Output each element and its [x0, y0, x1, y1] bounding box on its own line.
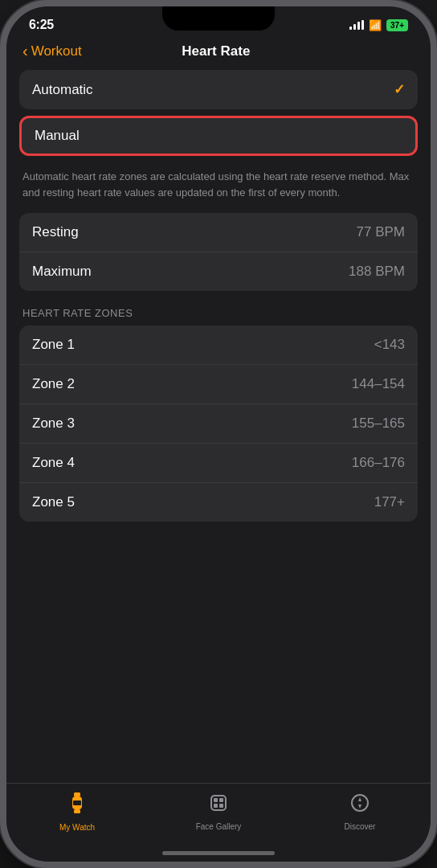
checkmark-icon: ✓	[394, 81, 405, 98]
wifi-icon: 📶	[369, 19, 382, 31]
zones-group: Zone 1 <143 Zone 2 144–154 Zone 3 155–16…	[19, 326, 418, 522]
zone1-label: Zone 1	[32, 337, 75, 353]
zone2-value: 144–154	[352, 376, 405, 392]
chevron-left-icon: ‹	[22, 42, 28, 60]
zone2-label: Zone 2	[32, 376, 75, 392]
svg-rect-7	[214, 804, 218, 808]
status-time: 6:25	[29, 18, 54, 32]
zone5-value: 177+	[374, 494, 405, 510]
svg-rect-8	[219, 804, 223, 808]
phone-frame: 6:25 📶 37+ ‹ Workout Heart Rate	[0, 0, 437, 868]
automatic-label: Automatic	[32, 82, 93, 98]
svg-rect-4	[211, 796, 226, 810]
zone5-label: Zone 5	[32, 494, 75, 510]
discover-icon	[349, 792, 370, 819]
zone3-row[interactable]: Zone 3 155–165	[19, 404, 418, 444]
description-text: Automatic heart rate zones are calculate…	[19, 162, 418, 213]
svg-rect-1	[74, 792, 80, 796]
maximum-label: Maximum	[32, 264, 92, 280]
resting-row[interactable]: Resting 77 BPM	[19, 213, 418, 252]
maximum-value: 188 BPM	[349, 264, 405, 280]
tab-face-gallery[interactable]: Face Gallery	[148, 792, 289, 831]
manual-option-container: Manual	[19, 116, 418, 156]
battery-indicator: 37+	[386, 19, 408, 31]
zone1-row[interactable]: Zone 1 <143	[19, 326, 418, 365]
svg-rect-5	[214, 798, 218, 802]
back-label: Workout	[31, 43, 82, 59]
resting-value: 77 BPM	[357, 224, 405, 240]
manual-option[interactable]: Manual	[19, 116, 418, 156]
tab-bar: My Watch Face Gallery	[6, 783, 431, 848]
tab-my-watch[interactable]: My Watch	[6, 792, 148, 832]
zone3-value: 155–165	[352, 416, 405, 432]
svg-marker-11	[358, 805, 361, 809]
resting-label: Resting	[32, 224, 79, 240]
nav-bar: ‹ Workout Heart Rate	[6, 39, 431, 70]
signal-icon	[349, 20, 364, 30]
heart-rate-settings-group: Resting 77 BPM Maximum 188 BPM	[19, 213, 418, 291]
svg-rect-6	[219, 798, 223, 802]
zone2-row[interactable]: Zone 2 144–154	[19, 365, 418, 404]
svg-rect-2	[74, 809, 80, 813]
discover-tab-label: Discover	[345, 822, 376, 831]
main-content: Automatic ✓ Manual Automatic heart rate …	[6, 70, 431, 783]
manual-label: Manual	[35, 128, 80, 144]
zone1-value: <143	[374, 337, 405, 353]
zone4-row[interactable]: Zone 4 166–176	[19, 444, 418, 483]
maximum-row[interactable]: Maximum 188 BPM	[19, 252, 418, 291]
svg-marker-10	[358, 797, 361, 801]
options-group: Automatic ✓	[19, 70, 418, 109]
zones-section-header: HEART RATE ZONES	[19, 307, 418, 326]
watch-tab-label: My Watch	[59, 823, 95, 832]
notch	[162, 6, 275, 31]
zone4-label: Zone 4	[32, 455, 75, 471]
zone5-row[interactable]: Zone 5 177+	[19, 483, 418, 522]
home-indicator	[162, 851, 275, 855]
zone4-value: 166–176	[352, 455, 405, 471]
tab-discover[interactable]: Discover	[289, 792, 431, 831]
phone-screen: 6:25 📶 37+ ‹ Workout Heart Rate	[6, 6, 431, 862]
face-gallery-tab-label: Face Gallery	[196, 822, 242, 831]
watch-icon	[67, 792, 88, 820]
zone3-label: Zone 3	[32, 416, 75, 432]
back-button[interactable]: ‹ Workout	[22, 42, 82, 60]
face-gallery-icon	[208, 792, 229, 819]
automatic-option[interactable]: Automatic ✓	[19, 70, 418, 109]
svg-rect-3	[73, 800, 81, 805]
status-icons: 📶 37+	[349, 19, 408, 31]
page-title: Heart Rate	[82, 43, 350, 59]
